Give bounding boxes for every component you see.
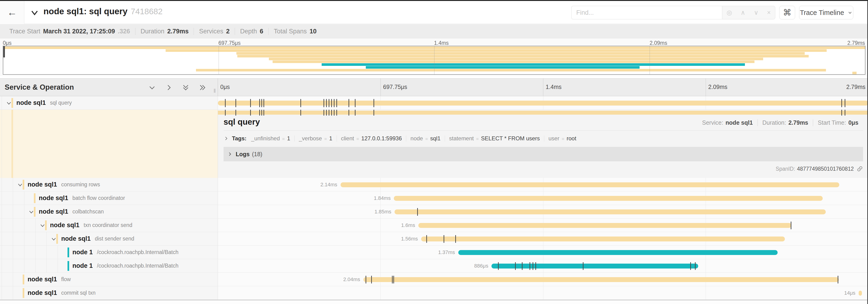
span-timeline-cell[interactable]: 14μs [218,286,867,300]
log-tick[interactable] [426,235,427,243]
log-tick[interactable] [522,262,523,270]
log-tick[interactable] [841,99,842,107]
prev-match-icon[interactable]: ∧ [741,9,745,16]
log-tick[interactable] [331,99,332,107]
minimap-axis-label: 697.75μs [218,40,241,46]
span-timeline-cell[interactable]: 1.84ms [218,192,867,205]
indent-guide [13,259,13,272]
log-tick[interactable] [259,99,260,107]
span-name-cell[interactable]: node sql1txn coordinator send [0,218,218,232]
view-selector-button[interactable]: Trace Timeline [799,6,853,20]
log-tick[interactable] [690,262,691,270]
next-match-icon[interactable]: ∨ [754,9,758,16]
log-tick[interactable] [695,262,695,270]
span-bar[interactable] [395,209,826,214]
service-name: node 1 [72,262,93,269]
span-bar[interactable] [859,291,862,296]
log-tick[interactable] [355,99,355,107]
expand-chevron-icon[interactable] [28,209,34,215]
log-tick[interactable] [236,99,236,107]
span-timeline-cell[interactable]: 1.85ms [218,205,867,218]
span-name-cell[interactable]: node sql1batch flow coordinator [0,192,218,205]
log-tick[interactable] [583,262,584,270]
log-tick[interactable] [300,99,301,107]
span-bar[interactable] [341,182,839,187]
log-tick[interactable] [515,262,516,270]
log-tick[interactable] [845,99,845,107]
expand-one-icon[interactable] [165,83,173,92]
span-name-cell[interactable]: node sql1commit sql txn [0,286,218,300]
indent-guide [2,246,2,259]
indent-guide [2,232,2,245]
link-icon[interactable] [857,166,863,172]
kv-separator [294,135,294,141]
span-bar[interactable] [218,101,867,105]
log-tick[interactable] [225,99,226,107]
expand-chevron-icon[interactable] [39,223,45,229]
log-tick[interactable] [533,262,533,270]
log-tick[interactable] [329,99,329,107]
span-bar-detail[interactable] [218,111,867,115]
span-name-cell[interactable]: node sql1colbatchscan [0,205,218,218]
span-bar[interactable] [458,250,778,255]
expand-chevron-icon[interactable] [17,182,23,188]
span-name-cell[interactable]: node 1/cockroach.roachpb.Internal/Batch [0,259,218,273]
log-tick[interactable] [443,235,444,243]
timeline-gridline [380,286,381,300]
log-tick[interactable] [264,99,264,107]
log-tick[interactable] [334,99,335,107]
span-name-cell[interactable]: node 1/cockroach.roachpb.Internal/Batch [0,246,218,259]
minimap-scrubber-handle[interactable] [3,46,5,58]
back-button[interactable]: ← [0,1,24,24]
span-timeline-cell[interactable]: 1.6ms [218,218,867,232]
log-tick[interactable] [373,99,374,107]
log-tick[interactable] [498,262,499,270]
log-tick[interactable] [535,262,536,270]
keyboard-shortcuts-button[interactable]: ⌘ [779,6,795,20]
column-resizer-handle[interactable]: ‖ [214,88,216,94]
log-tick[interactable] [393,276,394,283]
logs-accordion[interactable]: Logs (18) [223,147,863,161]
span-timeline-cell[interactable]: 1.56ms [218,232,867,246]
log-tick[interactable] [323,99,324,107]
span-timeline-cell[interactable]: 1.37ms [218,246,867,259]
expand-all-icon[interactable] [198,83,207,92]
log-tick[interactable] [791,222,792,229]
span-name-cell[interactable]: node sql1consuming rows [0,178,218,192]
log-tick[interactable] [336,99,337,107]
span-timeline-cell[interactable] [218,96,867,110]
log-tick[interactable] [838,276,838,283]
span-timeline-cell[interactable]: 2.04ms [218,273,867,286]
span-timeline-cell[interactable]: 2.14ms [218,178,867,192]
span-bar[interactable] [418,223,792,228]
expand-chevron-icon[interactable] [51,236,57,242]
log-tick[interactable] [392,276,393,283]
tags-accordion[interactable]: Tags: _unfinished=1_verbose=1client=127.… [223,135,863,142]
collapse-all-icon[interactable] [182,83,190,92]
timeline-gridline [380,246,381,259]
collapse-one-icon[interactable] [148,83,156,92]
span-name-cell[interactable]: node sql1sql query [0,96,218,110]
span-timeline-cell[interactable]: 886μs [218,259,867,273]
span-labels: node sql1dist sender send [61,232,134,245]
span-name-cell[interactable]: node sql1dist sender send [0,232,218,246]
expand-chevron-icon[interactable] [6,100,12,106]
minimap-canvas[interactable] [3,46,865,75]
clear-search-icon[interactable]: × [767,9,771,16]
span-bar[interactable] [421,237,785,241]
log-tick[interactable] [261,99,262,107]
log-tick[interactable] [348,99,349,107]
locate-icon[interactable]: ◎ [726,9,732,16]
span-bar[interactable] [364,277,839,282]
span-bar[interactable] [394,196,823,201]
span-name-cell[interactable]: node sql1flow [0,273,218,286]
log-tick[interactable] [455,235,456,243]
log-tick[interactable] [326,99,327,107]
log-tick[interactable] [250,99,251,107]
trace-collapse-toggle[interactable] [30,8,40,17]
find-input[interactable] [571,6,722,20]
log-tick[interactable] [417,208,418,216]
log-tick[interactable] [530,262,530,270]
log-tick[interactable] [371,276,372,283]
log-tick[interactable] [366,276,366,283]
